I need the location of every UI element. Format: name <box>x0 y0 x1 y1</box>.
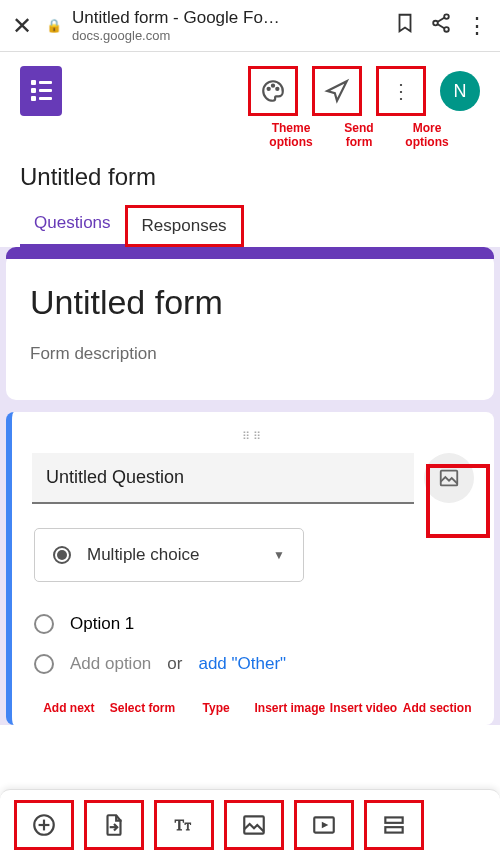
add-other-button[interactable]: add "Other" <box>198 654 286 674</box>
svg-text:T: T <box>175 817 184 833</box>
type-label: Type <box>179 702 253 715</box>
avatar[interactable]: N <box>440 71 480 111</box>
add-option-row: Add option or add "Other" <box>32 644 474 684</box>
svg-text:T: T <box>185 821 191 832</box>
question-card: ⠿⠿ Multiple choice ▼ Option 1 Add option… <box>6 412 494 725</box>
tab-responses[interactable]: Responses <box>125 205 244 247</box>
chevron-down-icon: ▼ <box>273 548 285 562</box>
add-question-button[interactable] <box>14 800 74 850</box>
page-domain: docs.google.com <box>72 28 280 43</box>
url-area[interactable]: 🔒 Untitled form - Google Fo… docs.google… <box>46 8 380 43</box>
share-icon[interactable] <box>430 12 452 40</box>
form-title[interactable]: Untitled form <box>30 283 470 322</box>
svg-marker-17 <box>322 822 329 829</box>
browser-bar: ✕ 🔒 Untitled form - Google Fo… docs.goog… <box>0 0 500 51</box>
forms-logo-icon[interactable] <box>20 66 62 116</box>
add-section-button[interactable] <box>364 800 424 850</box>
question-input[interactable] <box>32 453 414 504</box>
bookmark-icon[interactable] <box>394 12 416 40</box>
kebab-menu-icon[interactable]: ⋮ <box>466 13 488 39</box>
form-description[interactable]: Form description <box>30 344 470 364</box>
add-option-button[interactable]: Add option <box>70 654 151 674</box>
theme-label: Theme options <box>266 122 316 148</box>
option-label[interactable]: Option 1 <box>70 614 134 634</box>
tab-questions[interactable]: Questions <box>20 205 125 247</box>
add-section-label: Add section <box>400 702 474 715</box>
header-annotations: Theme options Send form More options <box>20 122 480 148</box>
insert-image-label: Insert image <box>253 702 327 715</box>
radio-empty-icon <box>34 614 54 634</box>
radio-icon <box>53 546 71 564</box>
insert-image-button[interactable] <box>424 453 474 503</box>
send-label: Send form <box>334 122 384 148</box>
svg-point-7 <box>276 88 278 90</box>
toolbar-annotations: Add next Select form Type Insert image I… <box>32 702 474 715</box>
form-name[interactable]: Untitled form <box>20 163 480 191</box>
svg-point-6 <box>272 85 274 87</box>
svg-point-5 <box>268 88 270 90</box>
more-options-icon[interactable]: ⋮ <box>376 66 426 116</box>
svg-line-3 <box>437 17 444 22</box>
add-title-button[interactable]: TT <box>154 800 214 850</box>
radio-empty-icon <box>34 654 54 674</box>
svg-rect-18 <box>385 817 402 822</box>
drag-handle-icon[interactable]: ⠿⠿ <box>32 430 474 443</box>
title-card: Untitled form Form description <box>6 253 494 400</box>
svg-rect-19 <box>385 827 402 832</box>
add-video-button[interactable] <box>294 800 354 850</box>
more-label: More options <box>402 122 452 148</box>
add-image-button[interactable] <box>224 800 284 850</box>
insert-video-label: Insert video <box>327 702 401 715</box>
select-form-label: Select form <box>106 702 180 715</box>
question-type-label: Multiple choice <box>87 545 257 565</box>
svg-line-4 <box>437 24 444 29</box>
or-text: or <box>167 654 182 674</box>
import-form-button[interactable] <box>84 800 144 850</box>
tabs: Questions Responses <box>20 205 480 247</box>
option-row[interactable]: Option 1 <box>32 604 474 644</box>
question-type-select[interactable]: Multiple choice ▼ <box>34 528 304 582</box>
lock-icon: 🔒 <box>46 18 62 33</box>
close-icon[interactable]: ✕ <box>12 12 32 40</box>
floating-toolbar: TT <box>0 789 500 860</box>
send-icon[interactable] <box>312 66 362 116</box>
add-next-label: Add next <box>32 702 106 715</box>
page-title: Untitled form - Google Fo… <box>72 8 280 28</box>
theme-palette-icon[interactable] <box>248 66 298 116</box>
